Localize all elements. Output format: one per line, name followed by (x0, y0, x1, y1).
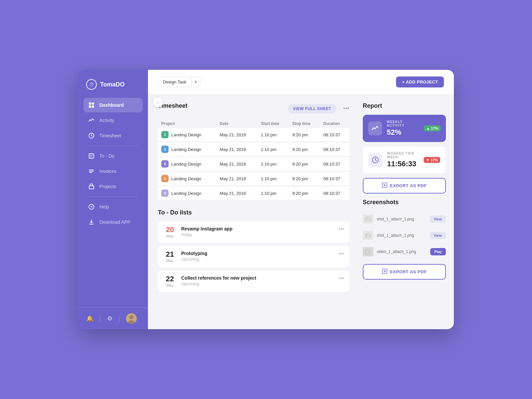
todo-month: May (163, 283, 177, 287)
invoices-icon (88, 168, 95, 175)
todo-month: May (163, 234, 177, 238)
list-item: 21 May Prototyping Upcoming ••• (158, 246, 349, 267)
project-cell: 5 Landing Design (158, 157, 216, 172)
screenshot-action-button[interactable]: View (430, 215, 446, 223)
screenshot-thumb (363, 214, 373, 224)
sidebar-item-dashboard[interactable]: Dashboard (83, 98, 143, 112)
todo-day: 22 (163, 275, 177, 283)
date-cell: May 21, 2019 (216, 128, 258, 143)
export-pdf-label: EXPORT AS PDF (390, 183, 427, 188)
col-project: Project (158, 119, 216, 128)
todo-more-icon[interactable]: ••• (338, 226, 344, 232)
duration-cell: 08:10:37 (320, 157, 349, 172)
project-cell: 2 Landing Design (158, 172, 216, 187)
todo-more-icon[interactable]: ••• (338, 275, 344, 281)
right-panel: Report WEEKLY ACTIVITY 52% ▲ 17% (357, 94, 454, 329)
sidebar-item-invoices[interactable]: Invoices (83, 164, 143, 179)
screenshot-thumb (363, 247, 373, 256)
sidebar-item-timesheet[interactable]: Timesheet (83, 128, 143, 143)
todo-date: 20 May (163, 226, 177, 238)
list-item: video_1_attach_1.png Play (363, 244, 446, 260)
sidebar-item-download[interactable]: Download APP (83, 215, 143, 229)
timesheet-more-icon[interactable]: ••• (343, 105, 349, 112)
notification-icon[interactable]: 🔔 (86, 315, 93, 322)
nav-divider-2 (88, 197, 138, 197)
duration-cell: 08:10:37 (320, 172, 349, 187)
export-pdf-screenshots-label: EXPORT AS PDF (390, 269, 427, 274)
worked-week-icon (368, 153, 382, 167)
timesheet-icon (88, 132, 95, 139)
avatar[interactable] (126, 313, 137, 324)
timesheet-header: Timesheet VIEW FULL SHEET ••• (158, 102, 349, 115)
dashboard-icon (88, 102, 95, 108)
export-pdf-button-report[interactable]: EXPORT AS PDF (363, 178, 446, 194)
stop-time-cell: 9:20 pm (289, 187, 320, 201)
collapse-sidebar-button[interactable]: ‹ (153, 97, 163, 107)
sidebar-logo: ⏱ TomaDO (78, 70, 148, 98)
screenshot-name: video_1_attach_1.png (377, 249, 427, 254)
bottom-divider (100, 315, 100, 322)
todo-more-icon[interactable]: ••• (338, 251, 344, 257)
screenshots-list: shot_1_attach_1.png View shot_1_attach_1… (363, 211, 446, 260)
svg-rect-11 (89, 186, 94, 189)
todo-task-subtitle: Upcoming (181, 257, 334, 262)
content-area: Timesheet VIEW FULL SHEET ••• Project Da… (148, 94, 454, 329)
export-pdf-button-screenshots[interactable]: EXPORT AS PDF (363, 264, 446, 280)
sidebar-bottom: 🔔 ⚙ (78, 308, 148, 329)
project-dropdown[interactable]: Design Task ▾ (158, 77, 200, 87)
todo-section: To - Do lists 20 May Revamp Instagram ap… (158, 209, 349, 292)
left-panel: Timesheet VIEW FULL SHEET ••• Project Da… (148, 94, 357, 329)
app-name: TomaDO (100, 81, 125, 88)
duration-cell: 08:10:37 (320, 187, 349, 201)
settings-icon[interactable]: ⚙ (107, 315, 112, 322)
project-name: Landing Design (171, 162, 201, 167)
todo-task-title: Revamp Instagram app (181, 226, 334, 231)
todo-date: 22 May (163, 275, 177, 287)
weekly-activity-icon (368, 121, 382, 135)
sidebar-item-todo[interactable]: To - Do (83, 149, 143, 163)
date-cell: May 21, 2019 (216, 187, 258, 201)
todo-content: Revamp Instagram app Today (181, 226, 334, 237)
logo-icon: ⏱ (86, 79, 97, 90)
project-name: Landing Design (171, 132, 201, 137)
todo-day: 21 (163, 251, 177, 258)
screenshot-action-button[interactable]: Play (430, 248, 446, 255)
view-full-sheet-button[interactable]: VIEW FULL SHEET (288, 104, 336, 113)
start-time-cell: 1:10 pm (258, 172, 289, 187)
project-cell: 9 Landing Design (158, 187, 216, 201)
list-item: 20 May Revamp Instagram app Today ••• (158, 221, 349, 243)
worked-week-badge: ▼ 17% (424, 157, 440, 163)
worked-this-week-card: WORKED THIS WEEK 11:56:33 ▼ 17% (363, 146, 446, 174)
start-time-cell: 1:10 pm (258, 157, 289, 172)
sidebar-item-activity[interactable]: Activity (83, 113, 143, 128)
sidebar-item-help[interactable]: ? Help (83, 200, 143, 214)
weekly-activity-label: WEEKLY ACTIVITY (387, 120, 419, 127)
todo-content: Prototyping Upcoming (181, 251, 334, 262)
weekly-activity-info: WEEKLY ACTIVITY 52% (387, 120, 419, 137)
date-cell: May 21, 2019 (216, 172, 258, 187)
project-badge: 5 (161, 160, 169, 168)
screenshots-title: Screenshots (363, 199, 446, 206)
project-name: Landing Design (171, 147, 201, 152)
project-badge: 2 (161, 175, 169, 182)
sidebar-item-projects-label: Projects (99, 184, 116, 189)
todo-task-subtitle: Upcoming (181, 282, 334, 286)
start-time-cell: 1:10 pm (258, 187, 289, 201)
svg-rect-3 (92, 105, 94, 108)
sidebar-item-projects[interactable]: Projects (83, 179, 143, 194)
sidebar-item-activity-label: Activity (99, 118, 114, 123)
timesheet-table: Project Date Start time Stop time Durati… (158, 119, 349, 201)
stop-time-cell: 9:20 pm (289, 157, 320, 172)
date-cell: May 21, 2019 (216, 157, 258, 172)
todo-icon (88, 153, 95, 159)
todo-title: To - Do lists (158, 209, 349, 216)
todo-day: 20 (163, 226, 177, 233)
worked-week-value: 11:56:33 (387, 160, 419, 168)
project-cell: 3 Landing Design (158, 143, 216, 157)
todo-list: 20 May Revamp Instagram app Today ••• 21… (158, 221, 349, 292)
todo-date: 21 May (163, 251, 177, 263)
svg-rect-26 (366, 250, 369, 254)
todo-month: May (163, 259, 177, 263)
add-project-button[interactable]: + ADD PROJECT (396, 76, 444, 87)
screenshot-action-button[interactable]: View (430, 232, 446, 239)
